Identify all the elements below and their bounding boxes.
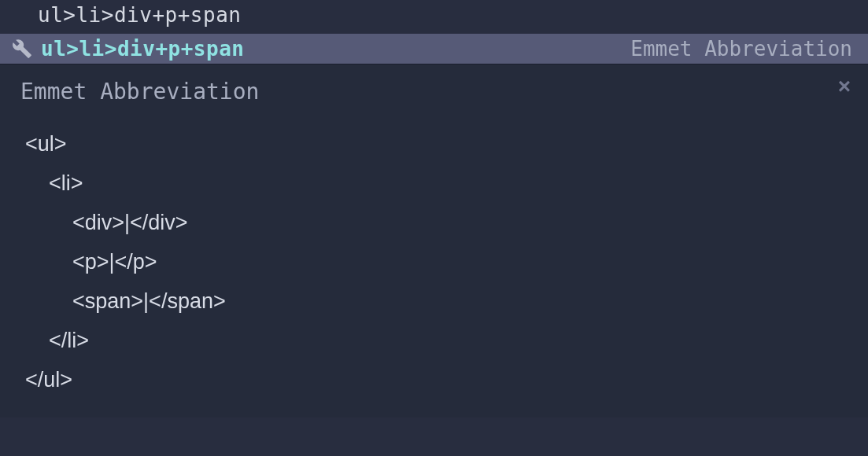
code-expansion-preview: <ul> <li> <div>|</div> <p>|</p> <span>|<… bbox=[20, 125, 848, 400]
documentation-preview-panel: Emmet Abbreviation × <ul> <li> <div>|</d… bbox=[0, 64, 868, 417]
close-icon[interactable]: × bbox=[838, 75, 851, 97]
suggestion-content: ul>li>div+p+span bbox=[11, 37, 244, 61]
suggestion-type-label: Emmet Abbreviation bbox=[630, 37, 852, 61]
wrench-icon bbox=[11, 38, 33, 60]
editor-area: ul>li>div+p+span bbox=[0, 0, 868, 33]
suggestion-abbreviation-text: ul>li>div+p+span bbox=[41, 37, 244, 61]
preview-title: Emmet Abbreviation bbox=[20, 79, 848, 105]
autocomplete-suggestion-row[interactable]: ul>li>div+p+span Emmet Abbreviation bbox=[0, 33, 868, 64]
editor-input-line[interactable]: ul>li>div+p+span bbox=[3, 3, 865, 33]
